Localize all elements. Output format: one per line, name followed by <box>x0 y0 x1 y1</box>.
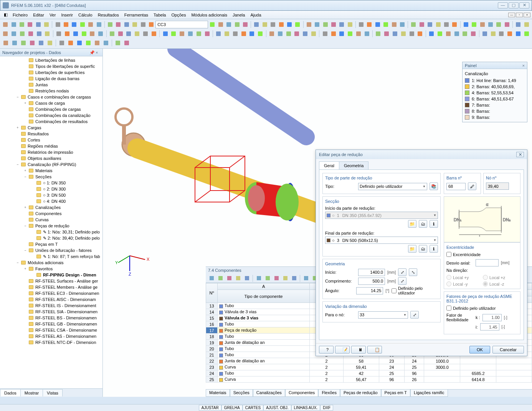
tree-node[interactable]: RF-STEEL Members - Análise ge <box>0 284 102 290</box>
dlg-copy-button[interactable]: 📋 <box>367 346 382 353</box>
table-tab[interactable]: Flexões <box>318 390 340 397</box>
factors-user-check[interactable]: Definido pelo utilizador <box>446 306 518 311</box>
menu-table[interactable]: Tabela <box>151 12 169 18</box>
table-tool-button[interactable] <box>243 275 251 282</box>
edit-reducer-dialog[interactable]: Editar peça de redução✕ Geral Geometria … <box>316 150 527 356</box>
tree-node[interactable]: Cortes <box>0 137 102 143</box>
toolbar-button[interactable] <box>93 39 101 47</box>
toolbar-button[interactable] <box>416 30 424 38</box>
type-pick-button[interactable]: 📚 <box>430 182 438 190</box>
tree-node[interactable]: Juntas <box>0 82 102 88</box>
tree-node[interactable]: +Cargas <box>0 125 102 131</box>
tree-node[interactable]: Regiões médias <box>0 143 102 149</box>
sec-end-info-button[interactable]: ℹ <box>430 245 438 253</box>
toolbar-button[interactable] <box>195 30 203 38</box>
toolbar-button[interactable] <box>522 21 530 28</box>
status-guides[interactable]: LINHAS AUX. <box>291 405 321 411</box>
toolbar-button[interactable] <box>43 21 50 28</box>
toolbar-button[interactable] <box>150 30 158 38</box>
toolbar-button[interactable] <box>231 30 239 38</box>
toolbar-button[interactable] <box>506 30 514 38</box>
toolbar-button[interactable] <box>357 21 365 28</box>
legend-panel[interactable]: Painel× Canalização 1: Hot line: Barras:… <box>462 62 527 122</box>
toolbar-button[interactable] <box>256 30 264 38</box>
toolbar-button[interactable] <box>133 30 141 38</box>
tree-node[interactable]: Objetos auxiliares <box>0 155 102 161</box>
toolbar-button[interactable] <box>286 21 293 28</box>
tree-node[interactable]: RF-STEEL Surfaces - Análise ger <box>0 278 102 284</box>
toolbar-button[interactable] <box>514 21 522 28</box>
table-tool-button[interactable] <box>225 275 233 282</box>
toolbar-button[interactable] <box>102 39 110 47</box>
barra-pick-button[interactable]: 🖉 <box>468 182 476 190</box>
tree-node[interactable]: +Materiais <box>0 168 102 174</box>
menu-edit[interactable]: Editar <box>30 12 47 18</box>
tree-node[interactable]: Resultados <box>0 131 102 137</box>
toolbar-button[interactable] <box>2 21 9 28</box>
tree-node[interactable]: Libertações de superfícies <box>0 69 102 76</box>
tree-node[interactable]: −Peças de redução <box>0 223 102 229</box>
toolbar-button[interactable] <box>19 39 28 47</box>
toolbar-button[interactable] <box>277 21 285 28</box>
tree-node[interactable]: ○ 4: DN 400 <box>0 198 102 204</box>
legend-close-icon[interactable]: × <box>522 63 525 68</box>
toolbar-button[interactable] <box>71 30 79 38</box>
toolbar-button[interactable] <box>355 30 363 38</box>
menu-calc[interactable]: Cálculo <box>76 12 95 18</box>
table-tab[interactable]: Ligações ramific <box>410 390 448 397</box>
sec-start-info-button[interactable]: ℹ <box>430 220 438 228</box>
toolbar-button[interactable] <box>522 30 530 38</box>
toolbar-button[interactable] <box>418 21 426 28</box>
tree-node[interactable]: ✎ 2: Nós: 39,40; Definido pelo <box>0 235 102 241</box>
tree-node[interactable]: +Canalizações <box>0 204 102 210</box>
toolbar-button[interactable] <box>97 30 105 38</box>
toolbar-button[interactable] <box>223 30 231 38</box>
table-tool-button[interactable] <box>302 275 310 282</box>
close-button[interactable]: ✕ <box>519 2 529 8</box>
table-row[interactable]: 23Curva259,4124253000.0 <box>206 364 532 370</box>
toolbar-button[interactable] <box>248 30 256 38</box>
tree-node[interactable]: Tipos de libertações de superfíc <box>0 63 102 69</box>
toolbar-button[interactable] <box>2 39 10 47</box>
toolbar-button[interactable] <box>497 30 506 38</box>
toolbar-button[interactable] <box>382 21 390 28</box>
toolbar-button[interactable] <box>321 30 329 38</box>
toolbar-button[interactable] <box>108 30 116 38</box>
toolbar-button[interactable] <box>390 21 398 28</box>
toolbar-button[interactable] <box>451 21 458 28</box>
table-tab[interactable]: Canalizações <box>253 390 285 397</box>
table-tool-button[interactable] <box>263 275 272 282</box>
toolbar-button[interactable] <box>114 21 122 28</box>
dialog-close-icon[interactable]: ✕ <box>516 152 524 157</box>
table-tool-button[interactable] <box>272 275 281 282</box>
table-tab[interactable]: Materiais <box>206 390 230 397</box>
toolbar-button[interactable] <box>276 30 284 38</box>
toolbar-button[interactable] <box>434 21 442 28</box>
toolbar-button[interactable] <box>63 30 71 38</box>
status-dxf[interactable]: DXF <box>320 405 333 411</box>
tree-node[interactable]: RF-STEEL GB - Dimensionamen <box>0 321 102 327</box>
tree-node[interactable]: −Casos e combinações de cargass <box>0 94 102 100</box>
tree-node[interactable]: RF-STEEL AISC - Dimensionam <box>0 296 102 302</box>
toolbar-button[interactable] <box>217 21 225 28</box>
menu-options[interactable]: Opções <box>169 12 188 18</box>
tree-node[interactable]: ○ 3: DN 500 <box>0 192 102 198</box>
tree-node[interactable]: Combinações de resultados <box>0 118 102 125</box>
panel-close-icon[interactable]: × <box>96 50 100 55</box>
toolbar-button[interactable] <box>338 30 346 38</box>
dlg-help-button[interactable]: ? <box>319 346 334 353</box>
toolbar-button[interactable] <box>70 21 78 28</box>
toolbar-button[interactable] <box>436 30 444 38</box>
menu-file[interactable]: Ficheiro <box>10 12 30 18</box>
toolbar-button[interactable] <box>28 39 36 47</box>
tree-node[interactable]: Combinações de cargas <box>0 106 102 112</box>
toolbar-button[interactable] <box>18 21 26 28</box>
tree-node[interactable]: Libertações de linhas <box>0 57 102 63</box>
status-cartes[interactable]: CARTES <box>243 405 263 411</box>
toolbar-button[interactable] <box>444 30 452 38</box>
toolbar-button[interactable] <box>161 30 169 38</box>
toolbar-button[interactable] <box>215 30 223 38</box>
tree-node[interactable]: Componentes <box>0 210 102 217</box>
table-tab[interactable]: Peças de redução <box>340 390 381 397</box>
dialog-tab-geometry[interactable]: Geometria <box>339 161 368 169</box>
